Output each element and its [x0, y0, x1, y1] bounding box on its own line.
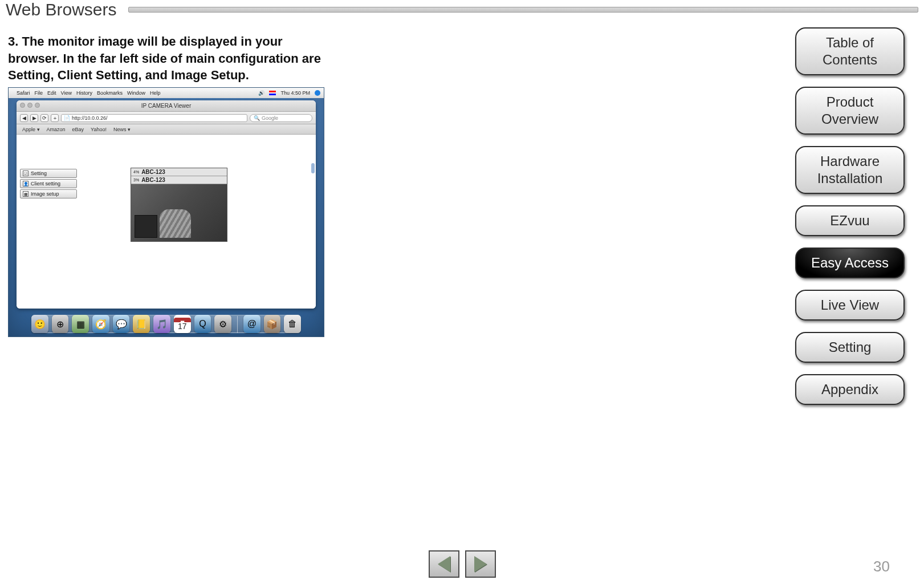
- page-title: Web Browsers: [6, 0, 128, 19]
- minimize-icon: [27, 103, 32, 108]
- close-icon: [20, 103, 25, 108]
- cfg-setting-label: Setting: [31, 171, 47, 176]
- plate-row-2: 3% ABC-123: [131, 176, 227, 184]
- url-text: http://10.0.0.26/: [72, 114, 108, 122]
- menu-view: View: [61, 90, 72, 96]
- image-icon: ▦: [23, 191, 29, 197]
- bookmark-ebay: eBay: [72, 127, 84, 132]
- search-placeholder: Google: [262, 114, 278, 122]
- menubar-clock: Thu 4:50 PM: [280, 90, 310, 96]
- menu-window: Window: [127, 90, 145, 96]
- finder-icon: 🙂: [31, 315, 48, 333]
- nav-table-of-contents[interactable]: Table of Contents: [795, 27, 905, 75]
- nav-hardware-installation[interactable]: Hardware Installation: [795, 146, 905, 194]
- plate-text-2: ABC-123: [141, 177, 165, 183]
- contacts-icon: 📒: [133, 315, 150, 333]
- screenshot-figure: Safari File Edit View History Bookmarks …: [8, 87, 324, 337]
- bookmark-apple: Apple ▾: [22, 127, 40, 132]
- menu-edit: Edit: [47, 90, 56, 96]
- mac-menubar: Safari File Edit View History Bookmarks …: [9, 88, 324, 98]
- safari-window: IP CAMERA Viewer ◀ ▶ ⟳ ＋ 📄 http://10.0.0…: [17, 100, 316, 309]
- quicktime-icon: Q: [194, 315, 211, 333]
- prev-page-button[interactable]: [429, 550, 459, 578]
- nav-ezvuu[interactable]: EZvuu: [795, 205, 905, 236]
- menu-file: File: [35, 90, 43, 96]
- calendar-icon: ▂ 17: [174, 315, 191, 333]
- menu-bookmarks: Bookmarks: [97, 90, 123, 96]
- search-field: 🔍 Google: [250, 114, 312, 122]
- cfg-image-setup: ▦ Image setup: [20, 189, 77, 198]
- calendar-day: 17: [178, 322, 187, 330]
- scene-grill: [160, 209, 191, 238]
- browser-toolbar: ◀ ▶ ⟳ ＋ 📄 http://10.0.0.26/ 🔍 Google: [17, 112, 316, 124]
- instruction-text: 3. The monitor image will be displayed i…: [8, 33, 327, 84]
- arrow-right-icon: [474, 556, 487, 572]
- page-header: Web Browsers: [6, 0, 918, 19]
- nav-setting[interactable]: Setting: [795, 332, 905, 363]
- scrollbar-thumb: [311, 163, 315, 173]
- camera-live-image: 4% ABC-123 3% ABC-123: [131, 168, 227, 242]
- config-sidebar: ☑ Setting 👤 Client setting ▦ Image setup: [20, 169, 77, 198]
- page-number: 30: [873, 558, 890, 575]
- back-button: ◀: [20, 114, 28, 122]
- window-titlebar: IP CAMERA Viewer: [17, 100, 316, 112]
- itunes-icon: 🎵: [153, 315, 170, 333]
- window-title: IP CAMERA Viewer: [141, 103, 191, 109]
- scene-box: [135, 215, 157, 238]
- add-bookmark-button: ＋: [51, 114, 59, 122]
- header-rule: [128, 7, 918, 13]
- traffic-lights: [20, 103, 40, 108]
- downloads-icon: 📦: [264, 315, 281, 333]
- plate-row-1: 4% ABC-123: [131, 168, 227, 176]
- cfg-setting: ☑ Setting: [20, 169, 77, 178]
- search-icon: 🔍: [254, 114, 260, 122]
- preferences-icon: ⚙: [214, 315, 231, 333]
- bookmark-news: News ▾: [113, 127, 131, 132]
- person-icon: 👤: [23, 181, 29, 186]
- spaces-icon: ▦: [72, 315, 89, 333]
- page-icon: 📄: [64, 114, 70, 122]
- dock-divider: [237, 316, 238, 333]
- plate-pct-1: 4%: [133, 170, 139, 174]
- forward-button: ▶: [30, 114, 38, 122]
- dashboard-icon: ⊕: [52, 315, 69, 333]
- url-field: 📄 http://10.0.0.26/: [61, 114, 247, 122]
- plate-pct-2: 3%: [133, 178, 139, 182]
- zoom-icon: [35, 103, 40, 108]
- safari-icon: 🧭: [92, 315, 109, 333]
- nav-appendix[interactable]: Appendix: [795, 374, 905, 405]
- checkbox-icon: ☑: [23, 171, 29, 176]
- bookmark-amazon: Amazon: [47, 127, 66, 132]
- cfg-client-setting: 👤 Client setting: [20, 179, 77, 188]
- next-page-button[interactable]: [465, 550, 496, 578]
- nav-product-overview[interactable]: Product Overview: [795, 87, 905, 135]
- nav-live-view[interactable]: Live View: [795, 290, 905, 321]
- plate-text-1: ABC-123: [141, 169, 165, 175]
- mac-dock: 🙂 ⊕ ▦ 🧭 💬 📒 🎵 ▂ 17 Q ⚙ @ 📦 🗑: [31, 307, 301, 333]
- trash-icon: 🗑: [284, 315, 301, 333]
- reload-button: ⟳: [40, 114, 48, 122]
- cfg-image-setup-label: Image setup: [31, 191, 59, 197]
- menu-help: Help: [150, 90, 161, 96]
- flag-icon: [269, 91, 276, 95]
- section-nav: Table of Contents Product Overview Hardw…: [795, 27, 905, 405]
- nav-easy-access[interactable]: Easy Access: [795, 248, 905, 278]
- arrow-left-icon: [438, 556, 450, 572]
- bookmarks-bar: Apple ▾ Amazon eBay Yahoo! News ▾: [17, 124, 316, 135]
- ip-camera-viewer-page: ☑ Setting 👤 Client setting ▦ Image setup…: [17, 135, 316, 309]
- mail-icon: @: [243, 315, 260, 333]
- cfg-client-setting-label: Client setting: [31, 181, 60, 186]
- page-nav: [429, 550, 496, 578]
- menu-history: History: [76, 90, 92, 96]
- ichat-icon: 💬: [113, 315, 130, 333]
- camera-scene: [131, 184, 227, 241]
- app-menu: Safari: [17, 90, 30, 96]
- spotlight-icon: [315, 90, 320, 96]
- bookmark-yahoo: Yahoo!: [91, 127, 107, 132]
- volume-icon: 🔊: [258, 90, 264, 96]
